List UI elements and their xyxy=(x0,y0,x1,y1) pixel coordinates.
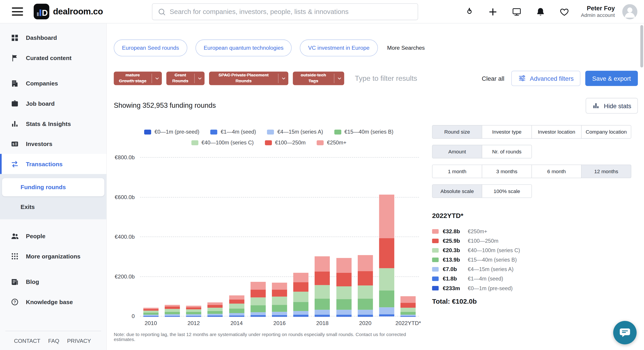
sidebar-item-funding-rounds[interactable]: Funding rounds xyxy=(2,178,104,196)
breakdown-swatch xyxy=(432,258,438,262)
filter-chip-label: outside tech Tags xyxy=(293,71,334,85)
filter-input[interactable] xyxy=(355,74,482,82)
breakdown-row: €20.3b€40—100m (series C) xyxy=(432,246,632,255)
add-plus-icon[interactable] xyxy=(488,7,498,17)
sidebar-item-label: People xyxy=(26,233,45,239)
legend-item[interactable]: €100—250m xyxy=(265,139,306,145)
save-export-button[interactable]: Save & export xyxy=(585,71,638,86)
advanced-filters-label: Advanced filters xyxy=(530,75,574,82)
chart-bar-2014[interactable] xyxy=(229,296,244,316)
chevron-down-icon[interactable] xyxy=(334,71,344,85)
search-input[interactable] xyxy=(152,3,418,20)
legend-item[interactable]: €1—4m (seed) xyxy=(210,129,256,135)
flag-icon xyxy=(11,54,19,62)
sidebar-item-people[interactable]: People xyxy=(0,226,106,246)
sidebar-item-dashboard[interactable]: Dashboard xyxy=(0,28,106,48)
chart-note: Note: due to reporting lag, the last 12 … xyxy=(114,332,424,342)
chart-bar-2022YTD*[interactable] xyxy=(400,296,416,316)
saved-search-pill[interactable]: VC investment in Europe xyxy=(300,40,378,57)
stats-tab[interactable]: 100% scale xyxy=(482,184,532,198)
chart-bar-2018[interactable] xyxy=(315,256,330,316)
stats-tab[interactable]: 1 month xyxy=(432,165,482,178)
chart-bar-2013[interactable] xyxy=(208,302,223,316)
footer-link-contact[interactable]: CONTACT xyxy=(14,338,40,344)
trending-flame-icon[interactable] xyxy=(464,7,474,17)
sliders-icon xyxy=(518,74,526,82)
breakdown-swatch xyxy=(432,267,438,271)
breakdown-row: €25.9b€100—250m xyxy=(432,236,632,246)
stats-tab[interactable]: Round size xyxy=(432,125,482,138)
sidebar-item-stats-insights[interactable]: Stats & Insights xyxy=(0,114,106,134)
legend-item[interactable]: €4—15m (series A) xyxy=(267,129,323,135)
saved-search-pill[interactable]: European Seed rounds xyxy=(114,40,187,57)
transfer-arrows-icon xyxy=(11,160,19,168)
sidebar-item-label: Dashboard xyxy=(26,34,57,41)
grid-dots-icon xyxy=(11,252,19,260)
stats-tab[interactable]: 3 months xyxy=(482,165,532,178)
sidebar-item-more-organizations[interactable]: More organizations xyxy=(0,246,106,266)
sidebar-item-transactions[interactable]: Transactions xyxy=(0,154,106,174)
sidebar-item-knowledge-base[interactable]: ? Knowledge base xyxy=(0,292,106,312)
avatar[interactable] xyxy=(622,4,638,19)
stats-tab[interactable]: Investor type xyxy=(482,125,532,138)
brand-logo[interactable]: D dealroom.co xyxy=(34,4,103,19)
chat-widget-button[interactable] xyxy=(613,321,636,344)
filter-chip[interactable]: SPAC Private Placement Rounds xyxy=(209,71,288,85)
question-circle-icon: ? xyxy=(11,298,19,306)
clear-all-button[interactable]: Clear all xyxy=(482,75,504,82)
legend-item[interactable]: €250m+ xyxy=(316,139,346,145)
stats-tab[interactable]: 6 month xyxy=(532,165,582,178)
stats-tab[interactable]: Company location xyxy=(581,125,631,138)
hide-stats-button[interactable]: Hide stats xyxy=(586,98,638,114)
filter-chip[interactable]: outside tech Tags xyxy=(293,71,344,85)
filter-chip[interactable]: mature Growth stage xyxy=(114,71,162,85)
chart-bar-2017[interactable] xyxy=(293,273,308,316)
screen-monitor-icon[interactable] xyxy=(512,7,522,17)
legend-item[interactable]: €40—100m (series C) xyxy=(191,139,254,145)
chart-bar-2016[interactable] xyxy=(272,283,287,316)
legend-label: €0—1m (pre-seed) xyxy=(154,129,200,135)
hamburger-menu-button[interactable] xyxy=(12,8,23,16)
chart-bar-2015[interactable] xyxy=(250,282,266,316)
breakdown-value: €20.3b xyxy=(443,247,468,253)
filter-chip[interactable]: Grant Rounds xyxy=(166,71,204,85)
sidebar-item-curated-content[interactable]: Curated content xyxy=(0,48,106,68)
stats-tab[interactable]: Investor location xyxy=(532,125,582,138)
sidebar-item-companies[interactable]: Companies xyxy=(0,73,106,94)
stats-tab[interactable]: Amount xyxy=(432,145,482,158)
funding-rounds-chart: €0—1m (pre-seed)€1—4m (seed)€4—15m (seri… xyxy=(114,124,424,342)
saved-search-pill[interactable]: European quantum technologies xyxy=(195,40,292,57)
more-searches-link[interactable]: More Searches xyxy=(387,45,424,51)
chart-bar-2021[interactable] xyxy=(379,195,394,316)
footer-link-faq[interactable]: FAQ xyxy=(48,338,59,344)
sidebar-item-blog[interactable]: Blog xyxy=(0,271,106,292)
user-menu[interactable]: Peter Foy Admin account xyxy=(581,5,615,19)
legend-item[interactable]: €15—40m (series B) xyxy=(334,129,394,135)
sidebar-item-label: Exits xyxy=(20,204,34,210)
footer-link-privacy[interactable]: PRIVACY xyxy=(67,338,91,344)
svg-text:$: $ xyxy=(12,142,14,146)
breakdown-swatch xyxy=(432,276,438,281)
advanced-filters-button[interactable]: Advanced filters xyxy=(511,71,580,86)
chart-bar-2010[interactable] xyxy=(143,308,158,316)
scrollbar-thumb[interactable] xyxy=(640,25,643,68)
sidebar-item-investors[interactable]: $ Investors xyxy=(0,134,106,154)
stats-tab[interactable]: 12 months xyxy=(581,165,631,178)
sidebar-item-job-board[interactable]: Job board xyxy=(0,93,106,114)
filter-chip-label: Grant Rounds xyxy=(166,71,194,85)
chart-bar-2019[interactable] xyxy=(336,258,352,316)
stats-tab[interactable]: Nr. of rounds xyxy=(482,145,532,158)
notifications-bell-icon[interactable] xyxy=(536,7,546,17)
chevron-down-icon[interactable] xyxy=(152,71,162,85)
favorites-heart-icon[interactable] xyxy=(560,7,570,17)
legend-item[interactable]: €0—1m (pre-seed) xyxy=(144,129,199,135)
breakdown-swatch xyxy=(432,229,438,234)
stats-tab[interactable]: Absolute scale xyxy=(432,184,482,198)
breakdown-value: €32.8b xyxy=(443,228,468,234)
chevron-down-icon[interactable] xyxy=(278,71,288,85)
sidebar-item-exits[interactable]: Exits xyxy=(2,198,104,216)
chevron-down-icon[interactable] xyxy=(195,71,204,85)
chart-bar-2011[interactable] xyxy=(164,305,180,316)
chart-bar-2012[interactable] xyxy=(186,306,202,316)
chart-bar-2020[interactable] xyxy=(358,255,373,316)
